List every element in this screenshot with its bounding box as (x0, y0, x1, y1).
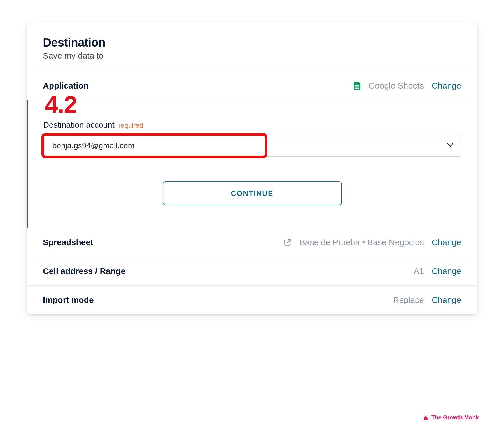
row-import-mode: Import mode Replace Change (27, 286, 477, 314)
spreadsheet-right: Base de Prueba • Base Negocios Change (284, 238, 461, 247)
application-change-link[interactable]: Change (432, 81, 461, 90)
card-header: Destination Save my data to (27, 22, 477, 71)
application-label: Application (43, 81, 88, 90)
import-mode-right: Replace Change (393, 295, 461, 305)
row-application: Application Google Sheets Change (27, 71, 477, 100)
google-sheets-icon (354, 82, 360, 90)
watermark-label: The Growth Monk (431, 414, 479, 421)
import-mode-value: Replace (393, 295, 424, 305)
destination-card: Destination Save my data to Application … (27, 22, 477, 314)
row-spreadsheet: Spreadsheet Base de Prueba • Base Negoci… (27, 228, 477, 257)
destination-account-section: 4.2 Destination account required benja.g… (27, 100, 477, 228)
required-tag: required (118, 122, 143, 129)
import-mode-label: Import mode (43, 295, 94, 305)
cell-range-label: Cell address / Range (43, 266, 125, 276)
account-select-wrap: benja.gs94@gmail.com (43, 135, 461, 157)
account-select[interactable]: benja.gs94@gmail.com (43, 135, 461, 157)
card-title: Destination (43, 36, 461, 49)
row-cell-range: Cell address / Range A1 Change (27, 257, 477, 285)
account-label: Destination account (43, 120, 115, 130)
application-right: Google Sheets Change (354, 81, 461, 90)
continue-button[interactable]: CONTINUE (163, 181, 342, 205)
cell-range-value: A1 (414, 266, 424, 276)
money-bag-icon (423, 415, 429, 421)
chevron-down-icon (447, 143, 453, 148)
spreadsheet-label: Spreadsheet (43, 238, 93, 247)
card-subtitle: Save my data to (43, 51, 461, 61)
account-selected-value: benja.gs94@gmail.com (52, 141, 134, 150)
application-value: Google Sheets (368, 81, 424, 90)
external-link-icon[interactable] (284, 238, 292, 246)
spreadsheet-change-link[interactable]: Change (432, 238, 461, 247)
cell-range-right: A1 Change (414, 266, 461, 276)
watermark: The Growth Monk (423, 414, 479, 421)
cell-range-change-link[interactable]: Change (432, 266, 461, 276)
account-label-row: Destination account required (43, 100, 461, 130)
continue-wrap: CONTINUE (43, 181, 461, 205)
spreadsheet-value: Base de Prueba • Base Negocios (300, 238, 424, 247)
annotation-step-number: 4.2 (45, 92, 77, 117)
import-mode-change-link[interactable]: Change (432, 295, 461, 305)
